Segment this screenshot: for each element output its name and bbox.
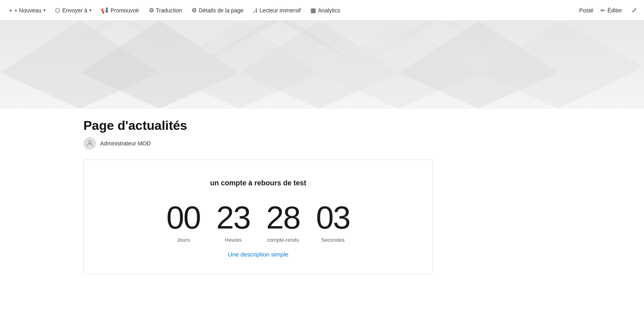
promouvoir-label: Promouvoir — [111, 7, 139, 14]
megaphone-icon: 📢 — [101, 7, 109, 13]
send-icon: ⬡ — [55, 7, 60, 13]
side-column — [433, 109, 561, 287]
editer-button[interactable]: ✏ Éditer — [597, 5, 626, 16]
page-layout: Page d'actualités Administrateur MOD un … — [83, 109, 561, 287]
posted-status: Posté — [579, 7, 594, 14]
chevron-down-icon: ▾ — [43, 8, 45, 12]
hero-svg — [0, 21, 644, 109]
edit-icon: ✏ — [601, 7, 605, 14]
analytics-icon: ▦ — [310, 7, 316, 13]
envoyer-label: Envoyer à — [62, 7, 87, 14]
countdown-numbers: 00 Jours 23 Heures 28 compte-rendu 03 Se… — [97, 202, 420, 243]
author-name: Administrateur MOD — [100, 140, 151, 147]
nouveau-button[interactable]: + + Nouveau ▾ — [5, 5, 49, 16]
translate-icon: ⚙ — [149, 7, 154, 13]
seconds-label: Secondes — [322, 237, 345, 243]
expand-button[interactable]: ⤢ — [629, 4, 639, 16]
editer-label: Éditer — [607, 7, 622, 14]
hours-label: Heures — [225, 237, 242, 243]
page-content: Page d'actualités Administrateur MOD un … — [71, 109, 573, 287]
days-label: Jours — [177, 237, 190, 243]
lecteur-button[interactable]: 𝓐 Lecteur immersif — [249, 5, 304, 16]
reader-icon: 𝓐 — [253, 7, 257, 13]
minutes-value: 28 — [266, 202, 300, 234]
svg-point-11 — [89, 141, 91, 143]
plus-icon: + — [9, 7, 12, 13]
lecteur-label: Lecteur immersif — [259, 7, 300, 14]
nouveau-label: + Nouveau — [14, 7, 41, 14]
hours-value: 23 — [216, 202, 250, 234]
hero-banner — [0, 21, 644, 109]
analytics-button[interactable]: ▦ Analytics — [306, 5, 344, 16]
minutes-label: compte-rendu — [267, 237, 299, 243]
author-row: Administrateur MOD — [83, 137, 433, 150]
seconds-value: 03 — [316, 202, 350, 234]
countdown-card: un compte à rebours de test 00 Jours 23 … — [83, 159, 433, 274]
countdown-description-link[interactable]: Une description simple — [97, 251, 420, 258]
traduction-button[interactable]: ⚙ Traduction — [145, 5, 186, 16]
toolbar: + + Nouveau ▾ ⬡ Envoyer à ▾ 📢 Promouvoir… — [0, 0, 644, 21]
avatar-icon — [86, 139, 94, 147]
settings-icon: ⚙ — [192, 7, 197, 13]
countdown-title: un compte à rebours de test — [97, 179, 420, 187]
expand-icon: ⤢ — [632, 7, 637, 14]
countdown-days: 00 Jours — [166, 202, 200, 243]
chevron-down-icon2: ▾ — [89, 8, 91, 12]
envoyer-button[interactable]: ⬡ Envoyer à ▾ — [51, 5, 95, 16]
toolbar-right: Posté ✏ Éditer ⤢ — [579, 4, 639, 16]
details-button[interactable]: ⚙ Détails de la page — [188, 5, 247, 16]
page-title: Page d'actualités — [83, 118, 433, 133]
countdown-minutes: 28 compte-rendu — [266, 202, 300, 243]
countdown-hours: 23 Heures — [216, 202, 250, 243]
avatar — [83, 137, 96, 150]
countdown-seconds: 03 Secondes — [316, 202, 350, 243]
traduction-label: Traduction — [156, 7, 182, 14]
main-column: Page d'actualités Administrateur MOD un … — [83, 109, 433, 287]
promouvoir-button[interactable]: 📢 Promouvoir — [97, 5, 143, 16]
days-value: 00 — [166, 202, 200, 234]
details-label: Détails de la page — [199, 7, 243, 14]
analytics-label: Analytics — [318, 7, 340, 14]
